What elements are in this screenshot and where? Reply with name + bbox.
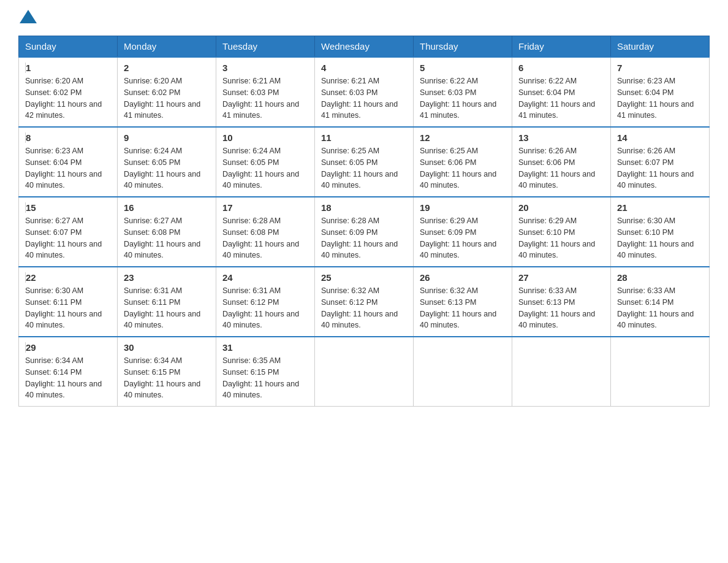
day-number: 27 — [518, 272, 604, 283]
weekday-header-monday: Monday — [118, 36, 216, 58]
calendar-cell: 17 Sunrise: 6:28 AM Sunset: 6:08 PM Dayl… — [216, 197, 315, 267]
day-info: Sunrise: 6:32 AM Sunset: 6:13 PM Dayligh… — [420, 285, 506, 331]
day-info: Sunrise: 6:20 AM Sunset: 6:02 PM Dayligh… — [25, 75, 111, 121]
day-info: Sunrise: 6:20 AM Sunset: 6:02 PM Dayligh… — [124, 75, 210, 121]
day-info: Sunrise: 6:21 AM Sunset: 6:03 PM Dayligh… — [321, 75, 407, 121]
calendar-cell: 4 Sunrise: 6:21 AM Sunset: 6:03 PM Dayli… — [315, 57, 414, 127]
day-info: Sunrise: 6:28 AM Sunset: 6:08 PM Dayligh… — [222, 215, 308, 261]
calendar-cell: 24 Sunrise: 6:31 AM Sunset: 6:12 PM Dayl… — [216, 267, 315, 337]
day-number: 14 — [617, 132, 703, 143]
day-info: Sunrise: 6:24 AM Sunset: 6:05 PM Dayligh… — [222, 145, 308, 191]
calendar-cell: 11 Sunrise: 6:25 AM Sunset: 6:05 PM Dayl… — [315, 127, 414, 197]
calendar-cell: 21 Sunrise: 6:30 AM Sunset: 6:10 PM Dayl… — [611, 197, 710, 267]
calendar-cell: 31 Sunrise: 6:35 AM Sunset: 6:15 PM Dayl… — [216, 337, 315, 407]
calendar-cell: 30 Sunrise: 6:34 AM Sunset: 6:15 PM Dayl… — [118, 337, 216, 407]
day-number: 31 — [222, 342, 308, 353]
day-info: Sunrise: 6:25 AM Sunset: 6:05 PM Dayligh… — [321, 145, 407, 191]
day-number: 6 — [518, 63, 604, 73]
day-info: Sunrise: 6:30 AM Sunset: 6:11 PM Dayligh… — [25, 285, 111, 331]
logo-triangle-icon — [20, 10, 37, 23]
weekday-header-saturday: Saturday — [611, 36, 710, 58]
day-number: 22 — [25, 272, 111, 283]
day-number: 2 — [124, 63, 210, 73]
day-info: Sunrise: 6:22 AM Sunset: 6:04 PM Dayligh… — [518, 75, 604, 121]
day-info: Sunrise: 6:24 AM Sunset: 6:05 PM Dayligh… — [124, 145, 210, 191]
weekday-header-friday: Friday — [512, 36, 611, 58]
calendar-cell: 10 Sunrise: 6:24 AM Sunset: 6:05 PM Dayl… — [216, 127, 315, 197]
calendar-cell: 5 Sunrise: 6:22 AM Sunset: 6:03 PM Dayli… — [414, 57, 512, 127]
weekday-header-sunday: Sunday — [19, 36, 118, 58]
day-number: 17 — [222, 202, 308, 213]
day-info: Sunrise: 6:32 AM Sunset: 6:12 PM Dayligh… — [321, 285, 407, 331]
day-info: Sunrise: 6:31 AM Sunset: 6:12 PM Dayligh… — [222, 285, 308, 331]
day-info: Sunrise: 6:21 AM Sunset: 6:03 PM Dayligh… — [222, 75, 308, 121]
day-number: 7 — [617, 63, 703, 73]
day-info: Sunrise: 6:29 AM Sunset: 6:09 PM Dayligh… — [420, 215, 506, 261]
day-info: Sunrise: 6:27 AM Sunset: 6:08 PM Dayligh… — [124, 215, 210, 261]
day-info: Sunrise: 6:26 AM Sunset: 6:07 PM Dayligh… — [617, 145, 703, 191]
day-number: 24 — [222, 272, 308, 283]
calendar-cell: 29 Sunrise: 6:34 AM Sunset: 6:14 PM Dayl… — [19, 337, 118, 407]
calendar-cell — [414, 337, 512, 407]
calendar-cell: 3 Sunrise: 6:21 AM Sunset: 6:03 PM Dayli… — [216, 57, 315, 127]
calendar-cell: 20 Sunrise: 6:29 AM Sunset: 6:10 PM Dayl… — [512, 197, 611, 267]
calendar-cell — [315, 337, 414, 407]
day-info: Sunrise: 6:23 AM Sunset: 6:04 PM Dayligh… — [25, 145, 111, 191]
calendar-cell — [512, 337, 611, 407]
day-number: 26 — [420, 272, 506, 283]
calendar-cell: 14 Sunrise: 6:26 AM Sunset: 6:07 PM Dayl… — [611, 127, 710, 197]
calendar-cell: 26 Sunrise: 6:32 AM Sunset: 6:13 PM Dayl… — [414, 267, 512, 337]
calendar-cell: 1 Sunrise: 6:20 AM Sunset: 6:02 PM Dayli… — [19, 57, 118, 127]
calendar-cell: 22 Sunrise: 6:30 AM Sunset: 6:11 PM Dayl… — [19, 267, 118, 337]
day-number: 21 — [617, 202, 703, 213]
day-number: 19 — [420, 202, 506, 213]
calendar-cell: 8 Sunrise: 6:23 AM Sunset: 6:04 PM Dayli… — [19, 127, 118, 197]
logo — [18, 12, 37, 23]
weekday-header-tuesday: Tuesday — [216, 36, 315, 58]
day-info: Sunrise: 6:25 AM Sunset: 6:06 PM Dayligh… — [420, 145, 506, 191]
day-info: Sunrise: 6:31 AM Sunset: 6:11 PM Dayligh… — [124, 285, 210, 331]
day-number: 1 — [25, 63, 111, 73]
calendar-cell: 7 Sunrise: 6:23 AM Sunset: 6:04 PM Dayli… — [611, 57, 710, 127]
calendar-cell: 25 Sunrise: 6:32 AM Sunset: 6:12 PM Dayl… — [315, 267, 414, 337]
weekday-header-row: SundayMondayTuesdayWednesdayThursdayFrid… — [19, 36, 710, 58]
day-number: 12 — [420, 132, 506, 143]
weekday-header-wednesday: Wednesday — [315, 36, 414, 58]
calendar-cell: 12 Sunrise: 6:25 AM Sunset: 6:06 PM Dayl… — [414, 127, 512, 197]
calendar-cell: 9 Sunrise: 6:24 AM Sunset: 6:05 PM Dayli… — [118, 127, 216, 197]
day-number: 10 — [222, 132, 308, 143]
day-info: Sunrise: 6:29 AM Sunset: 6:10 PM Dayligh… — [518, 215, 604, 261]
calendar-cell: 2 Sunrise: 6:20 AM Sunset: 6:02 PM Dayli… — [118, 57, 216, 127]
week-row-5: 29 Sunrise: 6:34 AM Sunset: 6:14 PM Dayl… — [19, 337, 710, 407]
day-number: 11 — [321, 132, 407, 143]
day-info: Sunrise: 6:35 AM Sunset: 6:15 PM Dayligh… — [222, 355, 308, 401]
day-number: 30 — [124, 342, 210, 353]
week-row-1: 1 Sunrise: 6:20 AM Sunset: 6:02 PM Dayli… — [19, 57, 710, 127]
day-number: 9 — [124, 132, 210, 143]
day-info: Sunrise: 6:30 AM Sunset: 6:10 PM Dayligh… — [617, 215, 703, 261]
day-info: Sunrise: 6:34 AM Sunset: 6:14 PM Dayligh… — [25, 355, 111, 401]
day-info: Sunrise: 6:27 AM Sunset: 6:07 PM Dayligh… — [25, 215, 111, 261]
calendar-cell: 15 Sunrise: 6:27 AM Sunset: 6:07 PM Dayl… — [19, 197, 118, 267]
day-number: 3 — [222, 63, 308, 73]
calendar-table: SundayMondayTuesdayWednesdayThursdayFrid… — [18, 36, 710, 407]
day-number: 25 — [321, 272, 407, 283]
week-row-2: 8 Sunrise: 6:23 AM Sunset: 6:04 PM Dayli… — [19, 127, 710, 197]
day-number: 28 — [617, 272, 703, 283]
day-number: 13 — [518, 132, 604, 143]
day-info: Sunrise: 6:22 AM Sunset: 6:03 PM Dayligh… — [420, 75, 506, 121]
calendar-cell: 27 Sunrise: 6:33 AM Sunset: 6:13 PM Dayl… — [512, 267, 611, 337]
calendar-cell: 6 Sunrise: 6:22 AM Sunset: 6:04 PM Dayli… — [512, 57, 611, 127]
day-info: Sunrise: 6:34 AM Sunset: 6:15 PM Dayligh… — [124, 355, 210, 401]
day-info: Sunrise: 6:33 AM Sunset: 6:14 PM Dayligh… — [617, 285, 703, 331]
day-number: 15 — [25, 202, 111, 213]
calendar-cell: 18 Sunrise: 6:28 AM Sunset: 6:09 PM Dayl… — [315, 197, 414, 267]
day-number: 8 — [25, 132, 111, 143]
day-number: 4 — [321, 63, 407, 73]
day-number: 29 — [25, 342, 111, 353]
day-info: Sunrise: 6:23 AM Sunset: 6:04 PM Dayligh… — [617, 75, 703, 121]
day-info: Sunrise: 6:28 AM Sunset: 6:09 PM Dayligh… — [321, 215, 407, 261]
calendar-cell: 28 Sunrise: 6:33 AM Sunset: 6:14 PM Dayl… — [611, 267, 710, 337]
day-number: 16 — [124, 202, 210, 213]
day-info: Sunrise: 6:26 AM Sunset: 6:06 PM Dayligh… — [518, 145, 604, 191]
